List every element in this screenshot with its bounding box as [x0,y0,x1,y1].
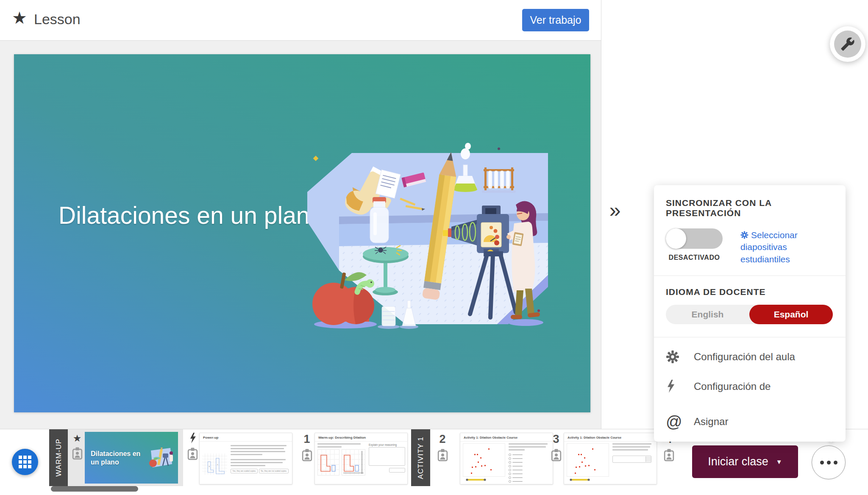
thumbnail-activity-input[interactable]: Activity 1: Dilation Obstacle Course [564,433,657,484]
answer-button: Yes, they are scaled copies. [231,469,258,473]
thumbnail-power-up[interactable]: Power-up A B [199,433,292,484]
slide-icons-column: ★ [70,434,84,460]
thumbnail-activity-mc[interactable]: Activity 1: Dilation Obstacle Course [460,433,553,484]
toggle-state-label: DESACTIVADO [666,254,723,261]
student-badge-icon [72,447,83,460]
section-bar-activity-1: ACTIVITY 1 [411,429,430,486]
menu-item-pacing-settings[interactable]: Configuración de [666,380,834,393]
slide-illustration [299,141,549,330]
tools-fab-button[interactable] [830,26,865,62]
thumbnail-title: Power-up [200,433,292,442]
language-section: IDIOMA DE DOCENTE English Español [654,276,846,337]
section-label: ACTIVITY 1 [417,437,425,479]
menu-item-label: Configuración de [694,381,771,392]
vertical-divider [601,0,601,429]
student-badge-icon [302,448,312,462]
ellipsis-icon [820,461,824,464]
svg-text:B: B [217,464,218,466]
filmstrip-scrollbar[interactable] [51,486,138,492]
gear-icon [740,231,748,239]
slide-icons-column [186,433,199,460]
sync-toggle[interactable] [666,228,723,249]
lightning-icon [666,380,684,393]
wrench-icon [834,31,861,58]
caret-down-icon: ▼ [776,458,782,465]
chevrons-right-icon: » [609,200,621,220]
page-title: Lesson [34,11,81,28]
section-label: WARM-UP [55,439,63,476]
student-badge-icon [437,448,448,462]
thumbnail-title: Dilataciones en un plano [91,450,147,467]
student-badge-icon [187,447,198,460]
sync-settings-panel: SINCRONIZAR CON LA PRESENTACIÓN DESACTIV… [654,185,846,442]
thumbnail-scatter [463,443,505,482]
thumbnail-grid-figure: A B [202,443,227,484]
thumbnail-question-block [609,443,654,482]
language-heading: IDIOMA DE DOCENTE [666,287,834,297]
slide-grid-button[interactable] [12,449,38,475]
menu-item-label: Asignar [694,416,728,428]
gear-icon [666,350,684,364]
section-bar-warm-up: WARM-UP [49,429,68,486]
thumbnail-warm-up[interactable]: Warm-up: Describing Dilation [314,433,408,484]
sync-heading: SINCRONIZAR CON LA PRESENTACIÓN [666,198,834,218]
panel-menu: Configuración del aula Configuración de … [654,337,846,442]
start-class-button[interactable]: Iniciar clase ▼ [692,445,798,478]
lesson-star-icon: ★ [12,9,27,26]
slide-icons-column: 3 [549,434,563,462]
star-icon: ★ [73,434,82,443]
sync-section: SINCRONIZAR CON LA PRESENTACIÓN DESACTIV… [654,185,846,275]
slide-number: 2 [439,434,445,445]
menu-item-assign[interactable]: @ Asignar [666,414,834,430]
thumbnail-response-area: Explain your reasoning [365,443,406,476]
slide-title: Dilataciones en un plano [58,199,330,232]
current-slide-preview: Dilataciones en un plano [14,54,590,412]
header-bar: ★ Lesson Ver trabajo [0,0,601,41]
answer-button: No, they are not scaled copies. [259,469,289,473]
svg-text:A: A [209,466,210,467]
view-work-button[interactable]: Ver trabajo [522,9,589,31]
thumbnail-scatter [567,443,609,482]
lightning-icon [189,433,196,444]
language-switch: English Español [666,305,833,324]
language-option-espanol[interactable]: Español [749,305,833,324]
thumbnail-title-slide[interactable]: Dilataciones en un plano [85,432,178,484]
thumbnail-question-block [505,443,550,484]
thumbnail-title: Warm-up: Describing Dilation [315,433,407,442]
start-class-label: Iniciar clase [708,455,768,468]
student-badge-icon [664,448,674,462]
toggle-knob[interactable] [666,228,686,249]
thumbnail-title: Activity 1: Dilation Obstacle Course [564,433,657,442]
at-icon: @ [666,414,684,430]
thumbnail-illustration [147,446,175,470]
select-student-slides-link[interactable]: Seleccionar diapositivas estudiantiles [740,228,834,265]
main-content-area: Dilataciones en un plano [0,40,601,429]
thumbnail-text-block: Yes, they are scaled copies. No, they ar… [227,443,289,484]
thumbnail-title: Activity 1: Dilation Obstacle Course [460,433,553,442]
student-badge-icon [551,448,562,462]
thumbnail-figures [317,443,365,476]
slide-icons-column: 1 [300,434,314,462]
prompt-label: Explain your reasoning [369,443,405,446]
menu-item-label: Configuración del aula [694,351,795,363]
select-student-slides-label: Seleccionar diapositivas estudiantiles [740,230,798,264]
slide-number: 3 [553,434,559,445]
slide-number: 1 [303,434,310,445]
menu-item-classroom-settings[interactable]: Configuración del aula [666,350,834,364]
grid-icon [19,456,31,468]
more-options-button[interactable] [812,445,846,479]
language-option-english[interactable]: English [666,305,749,324]
view-work-label: Ver trabajo [530,14,581,26]
slide-icons-column: 2 [436,434,449,462]
collapse-panel-button[interactable]: » [605,200,625,220]
